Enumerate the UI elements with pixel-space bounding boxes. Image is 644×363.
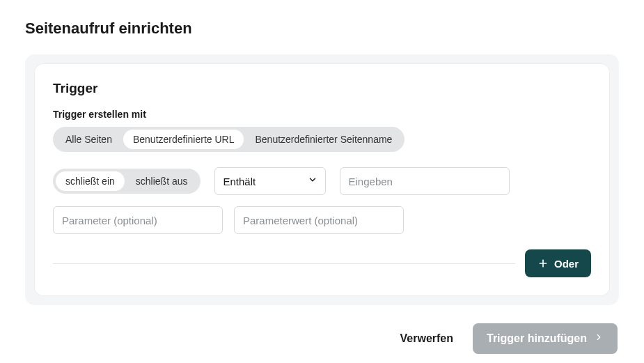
divider (53, 263, 515, 264)
page-title: Seitenaufruf einrichten (25, 20, 619, 38)
or-row: Oder (53, 249, 591, 277)
operator-selected-value: Enthält (223, 176, 256, 187)
trigger-card: Trigger Trigger erstellen mit Alle Seite… (35, 64, 609, 295)
discard-button[interactable]: Verwerfen (400, 332, 453, 345)
add-or-button[interactable]: Oder (525, 249, 591, 277)
condition-row: schließt ein schließt aus Enthält (53, 167, 591, 195)
create-with-label: Trigger erstellen mit (53, 109, 591, 120)
include-option[interactable]: schließt ein (56, 171, 125, 191)
add-trigger-label: Trigger hinzufügen (487, 332, 587, 345)
footer-actions: Verwerfen Trigger hinzufügen (25, 323, 619, 354)
config-panel: Trigger Trigger erstellen mit Alle Seite… (25, 54, 619, 305)
mode-all-pages[interactable]: Alle Seiten (56, 130, 122, 149)
or-button-label: Oder (554, 258, 579, 270)
mode-custom-pagename[interactable]: Benutzerdefinierter Seitenname (245, 130, 402, 149)
operator-select[interactable]: Enthält (214, 167, 326, 195)
include-exclude-toggle: schließt ein schließt aus (53, 169, 201, 194)
parameter-input[interactable] (53, 206, 223, 234)
mode-custom-url[interactable]: Benutzerdefinierte URL (123, 130, 244, 149)
exclude-option[interactable]: schließt aus (126, 171, 198, 191)
card-title: Trigger (53, 81, 591, 96)
value-input[interactable] (340, 167, 510, 195)
plus-icon (537, 258, 549, 269)
mode-segmented-control: Alle Seiten Benutzerdefinierte URL Benut… (53, 127, 405, 152)
add-trigger-button[interactable]: Trigger hinzufügen (473, 323, 618, 354)
chevron-right-icon (594, 332, 604, 345)
param-row (53, 206, 591, 234)
parameter-value-input[interactable] (234, 206, 404, 234)
